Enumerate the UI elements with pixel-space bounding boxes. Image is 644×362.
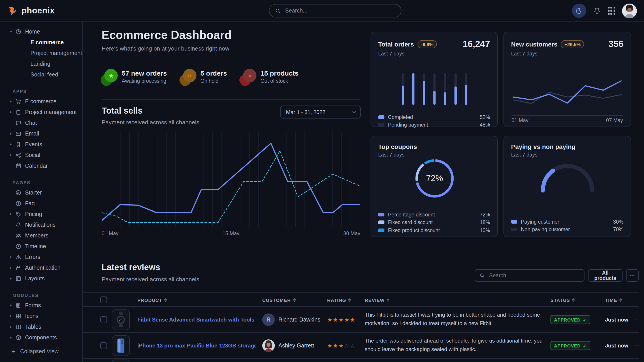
reviews-search[interactable] — [475, 269, 584, 282]
chevron-right-icon — [10, 326, 12, 328]
reviews-subtitle: Payment received across all channels — [102, 276, 199, 283]
legend-item: Fixed product discount 10% — [378, 226, 490, 234]
new-customers-card: New customers +26.5% 356 Last 7 days 01 … — [504, 32, 631, 127]
row-actions-button[interactable]: ⋯ — [634, 342, 640, 349]
brand-logo[interactable]: phoenix — [7, 5, 55, 16]
sidebar-subitem[interactable]: E commerce — [0, 37, 82, 48]
sidebar-item[interactable]: Chat — [0, 118, 82, 128]
avatar-image — [622, 3, 637, 18]
chevron-right-icon — [10, 100, 12, 103]
sidebar-item[interactable]: Starter — [0, 187, 82, 198]
total-sells-chart — [102, 132, 360, 228]
global-search-input[interactable] — [284, 7, 395, 14]
reviews-more-button[interactable]: ⋯ — [626, 269, 639, 282]
sidebar-item[interactable]: E commerce — [0, 96, 82, 107]
sidebar-item-icon — [15, 163, 22, 169]
user-avatar[interactable] — [622, 3, 637, 18]
theme-toggle-button[interactable] — [572, 3, 586, 18]
sidebar-subitem[interactable]: Social feed — [0, 69, 82, 80]
select-all-checkbox[interactable] — [100, 297, 107, 303]
total-sells-title: Total sells — [102, 106, 199, 116]
review-text: This Fitbit is fantastic! I was trying t… — [365, 311, 543, 328]
column-header[interactable]: TIME — [605, 293, 622, 307]
legend-item: Fixed card discount 18% — [378, 218, 490, 226]
paying-card: Paying vs non paying Last 7 days Paying … — [504, 136, 631, 237]
all-products-button[interactable]: All products — [588, 269, 622, 282]
chevron-down-icon — [352, 109, 356, 114]
sidebar-item[interactable]: Events — [0, 139, 82, 150]
sidebar-item[interactable]: Pricing — [0, 209, 82, 220]
chevron-right-icon — [10, 277, 12, 280]
column-header[interactable]: STATUS — [550, 293, 575, 307]
sidebar-item[interactable]: Faq — [0, 198, 82, 209]
sidebar-item-icon — [15, 302, 22, 309]
sidebar-item[interactable]: Authentication — [0, 263, 82, 273]
legend-item: Pending payment 48% — [378, 121, 490, 129]
total-orders-card: Total orders -6.8% 16,247 Last 7 days Co… — [370, 32, 498, 127]
row-checkbox[interactable] — [100, 316, 107, 323]
chevron-right-icon — [10, 256, 12, 259]
delta-badge: -6.8% — [418, 40, 437, 48]
status-badge: APPROVED✓ — [550, 341, 590, 350]
column-header[interactable]: RATING — [327, 293, 351, 307]
sidebar-subitem[interactable]: Landing — [0, 58, 82, 69]
row-checkbox[interactable] — [100, 342, 107, 349]
sidebar-item[interactable]: Tables — [0, 322, 82, 332]
sidebar-item[interactable]: Project management — [0, 107, 82, 118]
global-search[interactable] — [269, 4, 402, 17]
sidebar-item[interactable]: Social — [0, 150, 82, 161]
brand-name: phoenix — [22, 6, 55, 16]
chevron-right-icon — [10, 267, 12, 269]
sidebar-item-icon — [15, 335, 22, 341]
chevron-down-icon — [10, 31, 12, 33]
chevron-right-icon — [10, 213, 12, 216]
sort-icon — [387, 299, 390, 302]
reviews-table-header: PRODUCT CUSTOMER RATING REVIEW STATUS TI… — [83, 293, 639, 307]
top-navbar: phoenix — [0, 0, 644, 22]
sidebar-item[interactable]: Timeline — [0, 241, 82, 252]
sidebar-item-home[interactable]: Home — [0, 26, 82, 37]
legend-item: Paying customer 30% — [511, 218, 624, 226]
donut-center-label: 72% — [412, 156, 457, 201]
column-header[interactable]: PRODUCT — [138, 293, 167, 307]
sidebar-item[interactable]: Notifications — [0, 220, 82, 230]
page-title: Ecommerce Dashboard — [102, 28, 232, 42]
paying-gauge-chart — [536, 158, 599, 194]
status-badge-cell: APPROVED✓ — [550, 315, 590, 324]
column-header[interactable]: CUSTOMER — [262, 293, 296, 307]
chevron-right-icon — [10, 132, 12, 135]
product-link[interactable]: Fitbit Sense Advanced Smartwatch with To… — [138, 316, 256, 323]
date-range-select[interactable]: Mar 1 - 31, 2022 — [280, 105, 361, 118]
legend-swatch — [378, 115, 384, 119]
sidebar-item[interactable]: Errors — [0, 252, 82, 263]
product-thumbnail — [112, 335, 130, 356]
collapse-sidebar-button[interactable]: Collapsed View — [0, 341, 82, 362]
product-link[interactable]: iPhone 13 pro max-Pacific Blue-128GB sto… — [138, 342, 256, 349]
table-row: Fitbit Sense Advanced Smartwatch with To… — [83, 307, 639, 333]
search-icon — [275, 8, 280, 14]
column-header[interactable]: REVIEW — [365, 293, 390, 307]
sidebar-item[interactable]: Icons — [0, 311, 82, 322]
sidebar-item[interactable]: Members — [0, 230, 82, 241]
sidebar-item[interactable]: Forms — [0, 300, 82, 311]
sort-icon — [620, 299, 622, 302]
total-sells-header: Total sells Payment received across all … — [102, 106, 199, 126]
customer-name: Richard Dawkins — [278, 316, 320, 323]
paying-legend: Paying customer 30% Non-paying customer … — [511, 218, 624, 233]
sidebar-item-icon — [15, 313, 22, 319]
legend-swatch — [511, 228, 517, 231]
sidebar-item[interactable]: Email — [0, 128, 82, 139]
stat-icon — [102, 68, 118, 87]
legend-swatch — [511, 220, 517, 224]
reviews-search-input[interactable] — [488, 272, 580, 279]
sidebar-subitem[interactable]: Project management — [0, 48, 82, 58]
row-actions-button[interactable]: ⋯ — [634, 316, 640, 323]
apps-grid-button[interactable] — [608, 7, 615, 14]
sidebar-item[interactable]: Calendar — [0, 161, 82, 171]
notifications-button[interactable] — [593, 7, 601, 15]
review-time: Just now — [605, 342, 628, 349]
chevron-right-icon — [10, 111, 12, 114]
stat-icon — [240, 68, 256, 87]
order-stats: 57 new orders Awating processing 5 order… — [102, 68, 298, 87]
sidebar-item[interactable]: Layouts — [0, 273, 82, 284]
